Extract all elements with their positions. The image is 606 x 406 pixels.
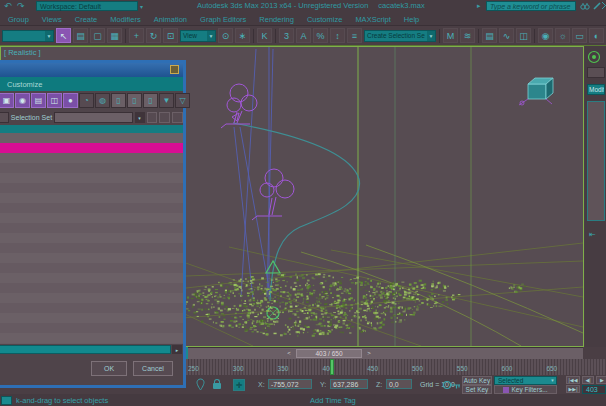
subtract-from-set-button[interactable] (159, 112, 170, 123)
set-key-button[interactable]: Set Key (462, 385, 492, 394)
select-by-set-button[interactable] (172, 112, 183, 123)
object-list-row[interactable] (0, 183, 183, 193)
dialog-title-bar[interactable] (0, 63, 183, 77)
window-crossing-button[interactable]: ▦ (107, 28, 122, 43)
object-list-row[interactable] (0, 303, 183, 313)
filter-clear-button[interactable]: ▽ (175, 93, 190, 108)
display-shapes-toggle[interactable]: ◉ (15, 93, 30, 108)
modifier-list-dropdown[interactable]: Modifi (587, 84, 605, 95)
material-editor-button[interactable]: ◉ (538, 28, 553, 43)
selection-set-input[interactable] (54, 112, 133, 123)
menu-customize[interactable]: Customize (7, 80, 42, 89)
scrollbar-thumb[interactable] (0, 345, 171, 354)
object-list-row[interactable] (0, 233, 183, 243)
display-containers-toggle[interactable]: ▯ (143, 93, 158, 108)
infocenter-expand-icon[interactable]: ▸ (477, 2, 481, 10)
angle-snap-button[interactable]: A (296, 28, 311, 43)
select-and-manipulate-button[interactable]: ∗ (235, 28, 250, 43)
viewport-shading-label[interactable]: [ Realistic ] (4, 48, 41, 57)
display-helpers-toggle[interactable]: ● (63, 93, 78, 108)
edit-named-selection-sets-button[interactable]: ≡ (347, 28, 362, 43)
track-bar[interactable]: 250300350400450500550600650 (185, 359, 606, 375)
object-list-row[interactable] (0, 313, 183, 323)
z-coordinate-field[interactable]: 0,0 (386, 379, 412, 389)
infocenter-search-input[interactable] (486, 1, 576, 11)
object-list-row[interactable] (0, 253, 183, 263)
object-list-row[interactable] (0, 193, 183, 203)
absolute-offset-mode-icon[interactable]: ✛ (233, 379, 245, 391)
menu-rendering[interactable]: Rendering (259, 15, 294, 24)
menu-create[interactable]: Create (75, 15, 98, 24)
previous-key-button[interactable]: ◀| (582, 376, 594, 384)
schematic-view-button[interactable]: ◫ (516, 28, 531, 43)
menu-customize[interactable]: Customize (307, 15, 342, 24)
workspace-dropdown-arrow-icon[interactable]: ▾ (140, 3, 143, 10)
pin-stack-arrow-icon[interactable]: ⇤ (589, 230, 596, 239)
filter-combinations-button[interactable]: ▼ (159, 93, 174, 108)
object-list-row[interactable] (0, 273, 183, 283)
object-list-row[interactable] (0, 203, 183, 213)
key-filter-mode-dropdown[interactable]: Selected▼ (494, 376, 557, 385)
display-groups-toggle[interactable]: ◔ (79, 93, 94, 108)
display-bones-toggle[interactable]: ▯ (127, 93, 142, 108)
selection-set-dropdown-arrow-icon[interactable]: ▾ (135, 112, 145, 123)
go-to-end-button[interactable]: ▶▶| (566, 385, 580, 393)
redo-icon[interactable]: ↷ (17, 0, 25, 12)
menu-views[interactable]: Views (42, 15, 62, 24)
favorites-icon[interactable] (601, 1, 606, 11)
set-keys-key-icon[interactable] (442, 378, 462, 392)
selection-lock-pin-icon[interactable] (196, 378, 205, 391)
curve-editor-button[interactable]: ∿ (499, 28, 514, 43)
dialog-pin-button[interactable] (170, 65, 179, 74)
display-geometry-toggle[interactable]: ▣ (0, 93, 14, 108)
rendered-frame-window-button[interactable]: ▭ (572, 28, 587, 43)
modifier-stack-list[interactable] (587, 101, 605, 221)
select-and-scale-button[interactable]: ⊡ (163, 28, 178, 43)
select-by-name-button[interactable]: ▤ (73, 28, 88, 43)
spinner-snap-button[interactable]: ↕ (330, 28, 345, 43)
object-list-row[interactable] (0, 223, 183, 233)
object-list-column-header[interactable] (0, 125, 183, 133)
next-frame-button[interactable]: > (364, 349, 374, 358)
select-and-move-button[interactable]: + (129, 28, 144, 43)
align-button[interactable]: ≋ (460, 28, 475, 43)
display-lights-toggle[interactable]: ▤ (31, 93, 46, 108)
menu-animation[interactable]: Animation (154, 15, 187, 24)
box-object[interactable] (519, 78, 553, 105)
render-setup-button[interactable]: ☼ (555, 28, 570, 43)
y-coordinate-field[interactable]: 637,286 (330, 379, 368, 389)
object-list-row[interactable] (0, 283, 183, 293)
menu-maxscript[interactable]: MAXScript (355, 15, 390, 24)
object-list-row[interactable] (0, 263, 183, 273)
menu-help[interactable]: Help (404, 15, 419, 24)
object-list-row[interactable] (0, 173, 183, 183)
object-list-row-selected[interactable] (0, 143, 183, 153)
use-pivot-point-center-button[interactable]: ⊙ (218, 28, 233, 43)
display-cameras-toggle[interactable]: ◫ (47, 93, 62, 108)
add-time-tag-button[interactable]: Add Time Tag (310, 396, 356, 405)
menu-graph-editors[interactable]: Graph Editors (200, 15, 246, 24)
undo-icon[interactable]: ↶ (4, 0, 12, 12)
object-list-row[interactable] (0, 323, 183, 333)
reference-coordinate-system-dropdown[interactable]: View▼ (180, 30, 216, 42)
key-filters-button[interactable]: Key Filters... (494, 385, 557, 394)
object-list-row[interactable] (0, 293, 183, 303)
current-frame-field[interactable]: 403 (582, 385, 606, 394)
search-binoculars-icon[interactable] (580, 1, 590, 11)
cancel-button[interactable]: Cancel (133, 361, 173, 376)
go-to-start-button[interactable]: |◀◀ (566, 376, 580, 384)
time-slider[interactable]: < 403 / 650 > (188, 347, 583, 359)
object-list-row[interactable] (0, 213, 183, 223)
named-selection-sets-dropdown[interactable]: Create Selection Se▼ (364, 30, 436, 42)
object-list-row[interactable] (0, 163, 183, 173)
x-coordinate-field[interactable]: -755,072 (268, 379, 312, 389)
object-list-row[interactable] (0, 243, 183, 253)
object-list-row[interactable] (0, 153, 183, 163)
create-tab-icon[interactable] (587, 50, 601, 64)
selection-filter-dropdown[interactable]: ▼ (2, 30, 54, 42)
play-button[interactable]: ▶ (596, 376, 606, 384)
auto-key-button[interactable]: Auto Key (462, 376, 492, 385)
selection-set-icon[interactable] (0, 112, 9, 123)
time-slider-handle[interactable]: 403 / 650 (296, 349, 362, 358)
keyboard-override-button[interactable]: K (257, 28, 272, 43)
